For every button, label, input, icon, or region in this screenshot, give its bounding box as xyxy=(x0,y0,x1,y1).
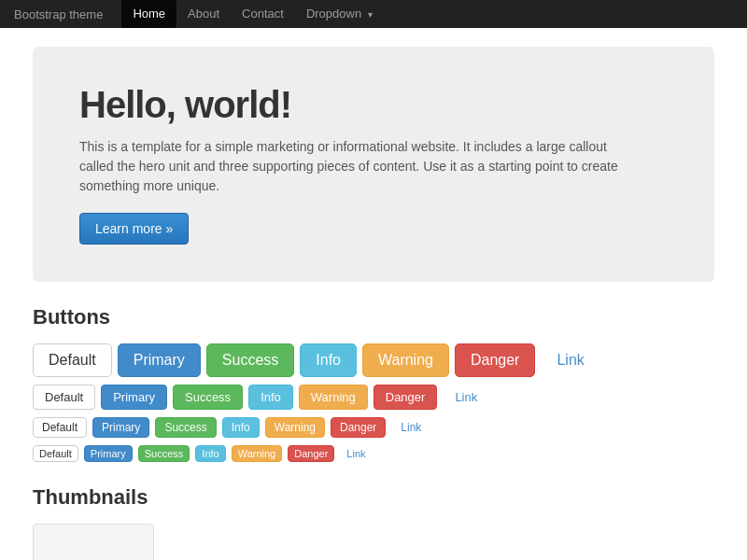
btn-warning-xs[interactable]: Warning xyxy=(232,445,283,462)
hero-description: This is a template for a simple marketin… xyxy=(79,137,640,196)
btn-warning-md[interactable]: Warning xyxy=(299,385,368,410)
btn-success-xs[interactable]: Success xyxy=(138,445,190,462)
btn-warning-lg[interactable]: Warning xyxy=(362,343,449,377)
btn-primary-lg[interactable]: Primary xyxy=(118,343,201,377)
btn-default-md[interactable]: Default xyxy=(33,385,95,410)
btn-default-sm[interactable]: Default xyxy=(33,417,87,438)
main-content: Hello, world! This is a template for a s… xyxy=(19,28,728,560)
navbar-nav: Home About Contact Dropdown ▾ xyxy=(121,0,383,29)
btn-danger-xs[interactable]: Danger xyxy=(288,445,334,462)
buttons-section: Buttons Default Primary Success Info War… xyxy=(33,305,714,462)
learn-more-button[interactable]: Learn more » xyxy=(79,213,189,245)
button-row-xs: Default Primary Success Info Warning Dan… xyxy=(33,445,714,462)
btn-info-sm[interactable]: Info xyxy=(222,417,260,438)
btn-danger-lg[interactable]: Danger xyxy=(455,343,535,377)
thumbnail-item[interactable]: 200x200 xyxy=(33,524,154,560)
btn-link-md[interactable]: Link xyxy=(443,385,489,410)
chevron-down-icon: ▾ xyxy=(368,9,373,20)
nav-item-home[interactable]: Home xyxy=(121,0,176,29)
nav-link-home[interactable]: Home xyxy=(121,0,176,28)
btn-primary-md[interactable]: Primary xyxy=(101,385,167,410)
thumbnails-section: Thumbnails 200x200 xyxy=(33,485,714,560)
btn-link-sm[interactable]: Link xyxy=(391,417,430,438)
nav-link-contact[interactable]: Contact xyxy=(231,0,295,28)
btn-info-xs[interactable]: Info xyxy=(195,445,225,462)
btn-success-md[interactable]: Success xyxy=(173,385,243,410)
navbar: Bootstrap theme Home About Contact Dropd… xyxy=(0,0,747,28)
nav-item-about[interactable]: About xyxy=(176,0,231,29)
hero-title: Hello, world! xyxy=(79,84,668,126)
btn-primary-xs[interactable]: Primary xyxy=(84,445,133,462)
btn-link-lg[interactable]: Link xyxy=(541,343,599,377)
nav-link-about[interactable]: About xyxy=(176,0,231,28)
btn-success-sm[interactable]: Success xyxy=(155,417,216,438)
button-row-md: Default Primary Success Info Warning Dan… xyxy=(33,385,714,410)
button-row-sm: Default Primary Success Info Warning Dan… xyxy=(33,417,714,438)
btn-default-lg[interactable]: Default xyxy=(33,343,112,377)
btn-info-lg[interactable]: Info xyxy=(300,343,357,377)
btn-primary-sm[interactable]: Primary xyxy=(92,417,149,438)
nav-item-contact[interactable]: Contact xyxy=(231,0,295,29)
btn-info-md[interactable]: Info xyxy=(248,385,293,410)
hero-unit: Hello, world! This is a template for a s… xyxy=(33,47,714,282)
btn-danger-sm[interactable]: Danger xyxy=(331,417,386,438)
btn-warning-sm[interactable]: Warning xyxy=(265,417,325,438)
nav-link-dropdown[interactable]: Dropdown ▾ xyxy=(295,0,384,29)
btn-danger-md[interactable]: Danger xyxy=(374,385,438,410)
btn-default-xs[interactable]: Default xyxy=(33,445,78,462)
navbar-brand[interactable]: Bootstrap theme xyxy=(14,7,103,21)
nav-item-dropdown[interactable]: Dropdown ▾ xyxy=(295,0,384,29)
btn-success-lg[interactable]: Success xyxy=(206,343,294,377)
button-row-lg: Default Primary Success Info Warning Dan… xyxy=(33,343,714,377)
btn-link-xs[interactable]: Link xyxy=(340,445,372,462)
thumbnails-section-title: Thumbnails xyxy=(33,485,714,510)
buttons-section-title: Buttons xyxy=(33,305,714,329)
